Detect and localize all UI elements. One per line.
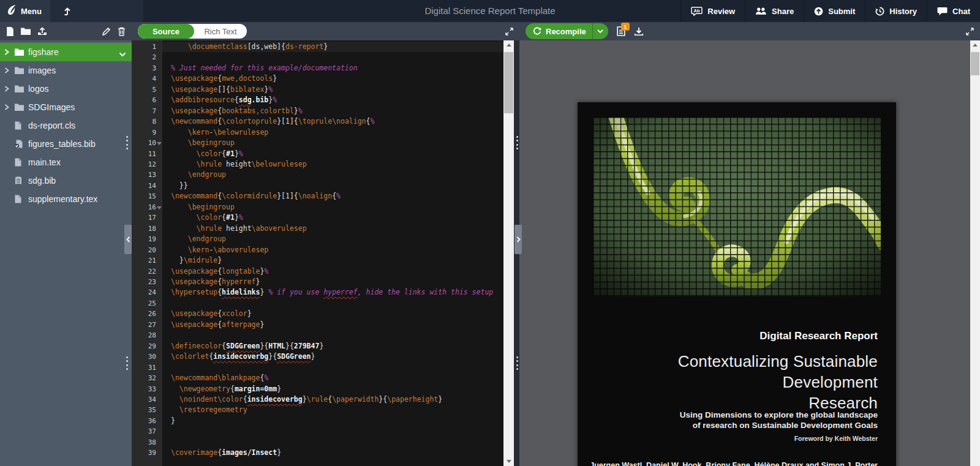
code-line-11[interactable]: 11 \color{#1}%: [132, 149, 503, 159]
code-line-4[interactable]: 4\usepackage{mwe,doctools}: [132, 73, 503, 84]
code-line-22[interactable]: 22\usepackage{longtable}%: [132, 266, 503, 277]
code-line-37[interactable]: 37: [132, 426, 503, 437]
left-pane-resize-handle[interactable]: [126, 356, 129, 370]
preview-toolbar: Recompile 1: [519, 22, 980, 40]
tree-folder-figshare[interactable]: figshare: [0, 43, 132, 61]
report-type-heading: Digital Research Report: [760, 330, 878, 342]
editor-fullscreen-icon[interactable]: [505, 28, 513, 36]
code-line-23[interactable]: 23\usepackage{hyperref}: [132, 277, 503, 287]
code-line-10[interactable]: 10 \begingroup: [132, 138, 503, 148]
code-line-8[interactable]: 8\newcommand{\colortoprule}[1]{\toprule\…: [132, 116, 503, 127]
code-line-2[interactable]: 2: [132, 52, 503, 62]
editor-scrollbar-thumb[interactable]: [504, 52, 513, 113]
fold-marker-icon[interactable]: [157, 206, 162, 212]
tree-folder-images[interactable]: images: [0, 61, 132, 80]
tree-file-ds-report.cls[interactable]: ds-report.cls: [0, 116, 132, 135]
code-line-29[interactable]: 29\definecolor{SDGGreen}{HTML}{279B47}: [132, 341, 503, 351]
action-label: Share: [772, 7, 794, 16]
code-line-38[interactable]: 38: [132, 437, 503, 448]
code-line-1[interactable]: 1 \documentclass[ds,web]{ds-report}: [132, 42, 503, 52]
code-line-18[interactable]: 18 \hrule height\aboverulesep: [132, 224, 503, 234]
code-line-20[interactable]: 20 \kern-\aboverulesep: [132, 245, 503, 255]
chevron-right-icon[interactable]: [4, 49, 15, 55]
file-icon: [15, 158, 28, 167]
collapse-file-tree-button[interactable]: [124, 225, 132, 254]
editor-pane-resize-handle[interactable]: [516, 356, 519, 370]
tree-file-supplementary.tex[interactable]: supplementary.tex: [0, 190, 132, 208]
scroll-down-button[interactable]: [503, 458, 514, 466]
pdf-viewport[interactable]: Digital Research Report Contextualizing …: [519, 40, 970, 466]
chevron-right-icon[interactable]: [4, 104, 15, 110]
chevron-right-icon[interactable]: [4, 67, 15, 73]
tree-file-sdg.bib[interactable]: sdg.bib: [0, 171, 132, 190]
code-line-26[interactable]: 26\usepackage{xcolor}: [132, 309, 503, 319]
code-line-16[interactable]: 16 \begingroup: [132, 202, 503, 212]
code-line-31[interactable]: 31: [132, 363, 503, 373]
left-pane-resize-handle[interactable]: [126, 136, 129, 149]
line-number: 35: [132, 405, 162, 415]
tree-folder-logos[interactable]: logos: [0, 80, 132, 98]
action-label: Submit: [828, 7, 855, 16]
tree-file-figures_tables.bib[interactable]: figures_tables.bib: [0, 135, 132, 153]
upload-file-button[interactable]: [37, 27, 47, 36]
code-line-36[interactable]: 36}: [132, 416, 503, 426]
rename-button[interactable]: [102, 27, 111, 36]
code-text: \definecolor{SDGGreen}{HTML}{279B47}: [162, 341, 503, 351]
code-line-27[interactable]: 27\usepackage{afterpage}: [132, 320, 503, 330]
review-button[interactable]: AbReview: [680, 0, 745, 22]
code-line-15[interactable]: 15\newcommand{\colormidrule}[1]{\noalign…: [132, 191, 503, 201]
code-line-33[interactable]: 33 \newgeometry{margin=0mm}: [132, 384, 503, 394]
scroll-up-button[interactable]: [970, 40, 980, 48]
line-number: 27: [132, 320, 162, 330]
download-pdf-button[interactable]: [634, 27, 644, 36]
code-line-32[interactable]: 32\newcommand\blankpage{%: [132, 373, 503, 383]
code-line-9[interactable]: 9 \kern-\belowrulesep: [132, 127, 503, 138]
new-folder-button[interactable]: [21, 28, 31, 36]
share-button[interactable]: Share: [745, 0, 804, 22]
code-line-5[interactable]: 5\usepackage[]{biblatex}%: [132, 85, 503, 95]
recompile-options-caret[interactable]: [592, 23, 608, 39]
code-line-6[interactable]: 6\addbibresource{sdg.bib}%: [132, 95, 503, 105]
code-line-3[interactable]: 3% Just needed for this example/document…: [132, 63, 503, 73]
recompile-button[interactable]: Recompile: [526, 23, 592, 39]
code-line-35[interactable]: 35 \restoregeometry: [132, 405, 503, 415]
code-line-14[interactable]: 14 }}: [132, 181, 503, 191]
chevron-right-icon[interactable]: [4, 86, 15, 92]
code-line-25[interactable]: 25: [132, 298, 503, 309]
preview-scrollbar[interactable]: [970, 40, 980, 466]
code-line-12[interactable]: 12 \hrule height\belowrulesep: [132, 159, 503, 170]
tree-file-main.tex[interactable]: main.tex: [0, 153, 132, 171]
code-line-30[interactable]: 30\colorlet{insidecoverbg}{SDGGreen}: [132, 351, 503, 362]
log-count-badge: 1: [621, 23, 630, 31]
submit-button[interactable]: Submit: [804, 0, 865, 22]
tree-folder-SDGImages[interactable]: SDGImages: [0, 98, 132, 116]
chat-button[interactable]: Chat: [927, 0, 980, 22]
code-line-13[interactable]: 13 \endgroup: [132, 170, 503, 180]
code-line-7[interactable]: 7\usepackage{booktabs,colortbl}%: [132, 106, 503, 116]
collapse-editor-button[interactable]: [514, 225, 522, 254]
tab-source[interactable]: Source: [138, 24, 194, 39]
code-line-34[interactable]: 34 \noindent\color{insidecoverbg}\rule{\…: [132, 394, 503, 405]
preview-fullscreen-icon[interactable]: [966, 28, 974, 36]
history-button[interactable]: History: [865, 0, 927, 22]
code-text: \usepackage[]{biblatex}%: [162, 85, 503, 95]
new-file-button[interactable]: [6, 27, 14, 36]
code-line-17[interactable]: 17 \color{#1}%: [132, 212, 503, 223]
code-line-21[interactable]: 21 }\midrule}: [132, 255, 503, 266]
tab-rich-text[interactable]: Rich Text: [194, 24, 247, 39]
preview-scrollbar-thumb[interactable]: [971, 52, 979, 75]
folder-actions-caret-icon[interactable]: [119, 49, 126, 59]
delete-button[interactable]: [118, 27, 126, 36]
publish-upload-button[interactable]: [58, 0, 76, 22]
code-line-24[interactable]: 24\hypersetup{hidelinks} % if you use hy…: [132, 287, 503, 298]
scroll-up-button[interactable]: [503, 40, 514, 48]
view-logs-button[interactable]: 1: [617, 26, 625, 36]
code-line-39[interactable]: 39\coverimage{images/Insect}: [132, 448, 503, 458]
code-line-28[interactable]: 28: [132, 330, 503, 340]
editor-scrollbar[interactable]: [503, 40, 514, 466]
code-line-19[interactable]: 19 \endgroup: [132, 234, 503, 244]
fold-marker-icon[interactable]: [157, 142, 162, 148]
menu-button[interactable]: Menu: [0, 0, 50, 22]
editor-pane-resize-handle[interactable]: [516, 136, 519, 149]
code-editor[interactable]: 1 \documentclass[ds,web]{ds-report}2 3% …: [132, 40, 503, 466]
